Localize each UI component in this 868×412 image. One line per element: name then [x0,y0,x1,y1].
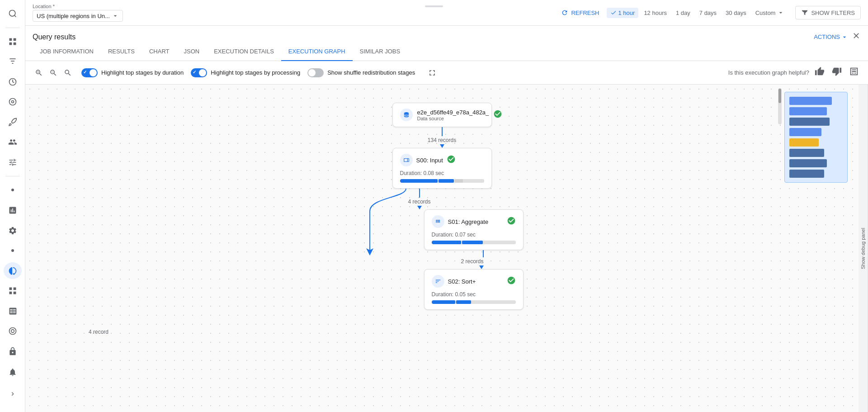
collapse-handle[interactable] [425,5,443,7]
s00-title-container: S00: Input [416,157,443,164]
node-s00[interactable]: S00: Input Duration: 0.08 sec [392,148,492,189]
svg-rect-5 [13,42,16,45]
records-label-3: 2 records [461,258,483,265]
time-filter-1hour[interactable]: 1 hour [607,8,639,18]
tab-similar-jobs[interactable]: SIMILAR JOBS [353,43,408,61]
zoom-reset-button[interactable] [61,66,74,79]
sidebar-divider-1 [5,28,20,28]
toggle-shuffle[interactable]: Show shuffle redistribution stages [307,68,415,77]
tab-results[interactable]: RESULTS [101,43,142,61]
sidebar-item-jobs[interactable] [4,262,22,279]
node-s02[interactable]: S02: Sort+ Duration: 0.05 sec [424,269,524,310]
svg-marker-17 [417,206,422,209]
sidebar-item-table[interactable] [4,303,22,319]
show-filters-label: SHOW FILTERS [811,9,855,16]
svg-point-15 [11,330,14,333]
arrow-down-3 [479,265,484,269]
tab-json[interactable]: JSON [176,43,207,61]
graph-content: e2e_d56ffe49_e78a_482a_ Data source 134 … [25,85,859,412]
minimap-bar-5 [789,149,824,157]
s02-duration: Duration: 0.05 sec [432,291,516,298]
sidebar-item-circle[interactable] [4,323,22,340]
time-filter-12hours[interactable]: 12 hours [640,8,670,18]
tab-execution-details[interactable]: EXECUTION DETAILS [207,43,281,61]
connector-s01-s02-wrapper: 2 records [352,250,533,269]
time-filter-30days[interactable]: 30 days [722,8,750,18]
sidebar-item-analytics[interactable] [4,202,22,219]
toggle-highlight-duration[interactable]: ✓ Highlight top stages by duration [81,68,184,77]
fullscreen-button[interactable] [426,66,439,79]
zoom-in-button[interactable] [33,66,45,79]
sidebar-item-people[interactable] [4,134,22,151]
arrow-down-1 [440,144,444,148]
time-filter-30days-label: 30 days [726,9,746,16]
sidebar-item-filters[interactable] [4,53,22,70]
close-button[interactable] [852,31,861,43]
graph-area[interactable]: e2e_d56ffe49_e78a_482a_ Data source 134 … [25,85,859,412]
time-filter-12hours-label: 12 hours [644,9,667,16]
time-filter-7days[interactable]: 7 days [696,8,720,18]
sidebar-item-grid[interactable] [4,283,22,299]
toggle-shuffle-label: Show shuffle redistribution stages [327,69,415,76]
s01-container: S01: Aggregate Duration: 0.07 sec [352,209,533,250]
s01-progress [432,241,516,244]
location-dropdown[interactable]: US (multiple regions in Un... [33,10,123,22]
debug-panel-toggle[interactable]: Show debug panel [859,85,868,412]
toggle-duration-thumb [90,69,97,76]
curved-records-label: 4 record [89,329,108,335]
connector-s00-s01-wrapper: 4 records [392,189,492,209]
toggle-duration-label: Highlight top stages by duration [101,69,184,76]
minimap-bar-2 [789,107,827,115]
minimap[interactable] [784,92,848,183]
node-s01[interactable]: S01: Aggregate Duration: 0.07 sec [424,209,524,250]
time-filter-1hour-label: 1 hour [618,9,635,16]
connector-line-1 [442,127,443,136]
sidebar-item-notifications[interactable] [4,363,22,381]
zoom-out-button[interactable] [47,66,60,79]
panel-view-button[interactable] [847,65,861,81]
s00-title: S00: Input [416,157,443,164]
tab-chart[interactable]: CHART [142,43,177,61]
sidebar-item-search[interactable] [4,5,22,22]
sidebar-item-dashboard[interactable] [4,33,22,50]
svg-point-12 [11,189,14,191]
sidebar-item-lock[interactable] [4,343,22,360]
tab-job-information[interactable]: JOB INFORMATION [33,43,101,61]
s01-title: S01: Aggregate [448,218,503,225]
refresh-icon [561,9,568,16]
connector-s00-s01: 4 records [392,189,492,209]
sidebar-item-dot2 [4,242,22,259]
topbar-actions: REFRESH 1 hour 12 hours 1 day 7 days 30 … [561,6,861,19]
sidebar-item-rocket[interactable] [4,114,22,131]
datasource-title: e2e_d56ffe49_e78a_482a_ [417,109,489,116]
time-filters: 1 hour 12 hours 1 day 7 days 30 days Cus… [607,7,788,18]
debug-panel-label: Show debug panel [860,227,866,269]
toggle-highlight-processing[interactable]: ✓ Highlight top stages by processing [191,68,300,77]
datasource-node[interactable]: e2e_d56ffe49_e78a_482a_ Data source [392,103,492,127]
refresh-label: REFRESH [571,9,599,16]
sidebar-item-explore[interactable] [4,94,22,110]
actions-button[interactable]: ACTIONS [814,33,848,41]
thumbup-button[interactable] [813,65,826,81]
time-filter-custom[interactable]: Custom [752,7,788,18]
s02-title: S02: Sort+ [448,278,503,285]
tabs: JOB INFORMATION RESULTS CHART JSON EXECU… [25,43,868,61]
sidebar-item-tune[interactable] [4,154,22,171]
sidebar-item-settings[interactable] [4,222,22,239]
panel-title: Query results [33,33,814,41]
datasource-icon [400,109,413,121]
records-label-2: 4 records [408,199,430,205]
s00-status [447,155,456,166]
sidebar-expand-btn[interactable] [4,385,22,403]
svg-rect-4 [9,42,12,45]
sidebar-item-history[interactable] [4,74,22,90]
show-filters-button[interactable]: SHOW FILTERS [795,6,861,19]
thumbdown-button[interactable] [830,65,844,81]
time-filter-1day[interactable]: 1 day [672,8,694,18]
connector-datasource-s00: 134 records [428,127,456,148]
check-icon [610,9,617,16]
svg-rect-7 [10,61,14,62]
refresh-button[interactable]: REFRESH [561,9,599,16]
s01-status [507,216,516,227]
tab-execution-graph[interactable]: EXECUTION GRAPH [281,43,353,61]
